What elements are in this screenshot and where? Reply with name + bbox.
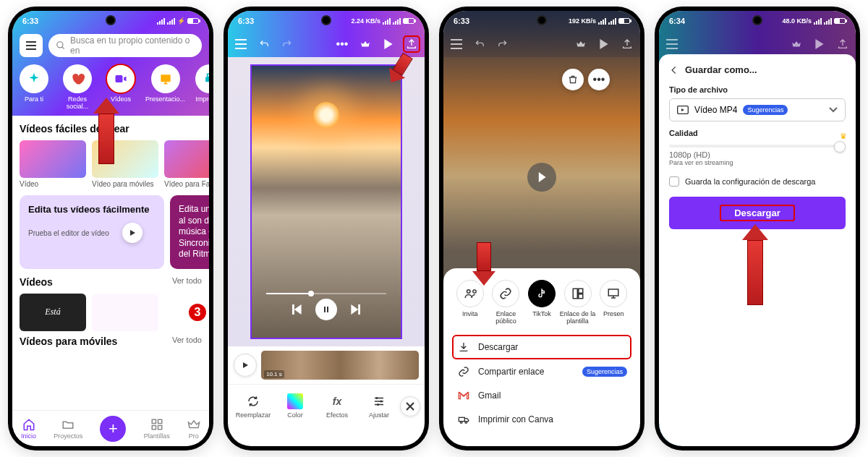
promo-card-sync[interactable]: Edita un v al son de música c Sincroniz … bbox=[170, 195, 209, 269]
menu-button[interactable] bbox=[449, 39, 464, 49]
crown-icon: ♛ bbox=[840, 132, 847, 141]
suggestions-badge: Sugerencias bbox=[582, 367, 627, 377]
promo-card-edit[interactable]: Edita tus vídeos fácilmente Prueba el ed… bbox=[20, 195, 164, 269]
tool-color[interactable]: Color bbox=[274, 393, 316, 419]
quality-slider[interactable] bbox=[669, 145, 846, 148]
cat-impresion[interactable]: Impresión bbox=[191, 64, 209, 110]
undo-button[interactable] bbox=[472, 39, 487, 49]
prev-button[interactable] bbox=[292, 304, 302, 315]
nav-templates[interactable]: Plantillas bbox=[144, 418, 170, 440]
phone-3-share: 6:33 192 KB/s ••• Invita Enlace público bbox=[439, 7, 644, 450]
svg-rect-7 bbox=[152, 425, 156, 429]
export-button[interactable] bbox=[404, 37, 419, 51]
more-button[interactable]: ••• bbox=[588, 69, 610, 90]
svg-rect-4 bbox=[208, 74, 209, 77]
truck-icon bbox=[458, 414, 469, 425]
template-thumb[interactable]: Vídeo para Fac bbox=[164, 140, 209, 188]
tool-replace[interactable]: Reemplazar bbox=[232, 393, 274, 419]
video-progress[interactable] bbox=[266, 293, 386, 294]
timeline[interactable]: 10.1 s bbox=[228, 346, 425, 384]
cat-videos[interactable]: Vídeos bbox=[102, 64, 140, 110]
camera-cutout bbox=[537, 15, 547, 25]
see-all-link[interactable]: Ver todo bbox=[172, 276, 202, 285]
video-canvas[interactable] bbox=[250, 64, 402, 339]
next-button[interactable] bbox=[350, 304, 360, 315]
timeline-frames[interactable]: 10.1 s bbox=[261, 351, 419, 380]
nav-create-button[interactable]: + bbox=[100, 416, 126, 442]
redo-button[interactable] bbox=[280, 39, 294, 49]
svg-rect-15 bbox=[578, 294, 582, 299]
share-public-link[interactable]: Enlace público bbox=[488, 280, 524, 325]
editor-toolbar bbox=[443, 31, 640, 57]
cat-presentaciones[interactable]: Presentacio... bbox=[145, 64, 185, 110]
share-tiktok[interactable]: TikTok bbox=[524, 280, 560, 325]
nav-pro[interactable]: Pro bbox=[187, 418, 200, 440]
menu-button[interactable] bbox=[20, 34, 43, 57]
option-download[interactable]: Descargar bbox=[452, 335, 631, 359]
template-thumb[interactable] bbox=[92, 294, 158, 331]
upload-icon bbox=[406, 38, 417, 50]
filetype-select[interactable]: Vídeo MP4 Sugerencias bbox=[669, 98, 846, 121]
share-invite[interactable]: Invita bbox=[452, 280, 488, 325]
camera-cutout bbox=[752, 15, 762, 25]
home-body[interactable]: Vídeos fáciles de crear Vídeo Vídeo para… bbox=[12, 116, 209, 428]
see-all-link[interactable]: Ver todo bbox=[172, 336, 202, 344]
grid-icon bbox=[150, 418, 163, 431]
play-button[interactable] bbox=[381, 39, 396, 49]
redo-button[interactable] bbox=[495, 39, 510, 49]
template-thumb[interactable]: Vídeo para móviles bbox=[92, 140, 158, 188]
category-row[interactable]: Para ti Redes social... Vídeos Presentac… bbox=[12, 60, 209, 110]
pro-button[interactable] bbox=[574, 39, 588, 49]
print-icon bbox=[203, 72, 209, 86]
option-gmail[interactable]: Gmail bbox=[452, 384, 631, 407]
play-button[interactable] bbox=[597, 39, 611, 49]
pro-button[interactable] bbox=[358, 39, 373, 49]
share-present[interactable]: Presen bbox=[595, 280, 631, 325]
menu-button[interactable] bbox=[234, 39, 248, 49]
option-print[interactable]: Imprimir con Canva bbox=[452, 407, 631, 432]
back-icon[interactable] bbox=[669, 65, 679, 75]
effects-icon: fx bbox=[329, 393, 345, 409]
canvas-play[interactable] bbox=[527, 163, 556, 192]
svg-rect-17 bbox=[459, 417, 464, 421]
timeline-duration: 10.1 s bbox=[264, 370, 284, 378]
svg-rect-3 bbox=[205, 77, 209, 82]
close-toolbar[interactable] bbox=[400, 396, 420, 417]
search-placeholder: Busca en tu propio contenido o en bbox=[70, 35, 195, 56]
pause-button[interactable] bbox=[315, 299, 337, 320]
svg-point-0 bbox=[57, 42, 63, 48]
template-thumb[interactable]: Vídeo bbox=[20, 140, 86, 188]
export-button[interactable] bbox=[620, 38, 634, 50]
share-template-link[interactable]: Enlace de la plantilla bbox=[560, 280, 596, 325]
cat-redes[interactable]: Redes social... bbox=[59, 64, 96, 110]
share-sheet: Invita Enlace público TikTok Enlace de l… bbox=[443, 268, 640, 446]
cat-para-ti[interactable]: Para ti bbox=[15, 64, 53, 110]
quality-value: 1080p (HD) Para ver en streaming bbox=[669, 150, 846, 166]
color-icon bbox=[287, 393, 303, 409]
timeline-play[interactable] bbox=[234, 354, 257, 377]
save-config-checkbox[interactable]: Guarda la configuración de descarga bbox=[669, 176, 846, 187]
tool-effects[interactable]: fxEfectos bbox=[316, 393, 358, 419]
people-icon bbox=[464, 287, 477, 300]
template-thumb[interactable] bbox=[164, 294, 209, 331]
more-button[interactable]: ••• bbox=[335, 38, 349, 51]
nav-home[interactable]: Inicio bbox=[21, 418, 36, 440]
phone-4-save: 6:34 48.0 KB/s Guardar como... Tipo de a… bbox=[655, 7, 860, 450]
svg-rect-14 bbox=[578, 289, 582, 293]
folder-icon bbox=[61, 418, 75, 431]
search-input[interactable]: Busca en tu propio contenido o en bbox=[48, 34, 202, 57]
option-share-link[interactable]: Compartir enlace Sugerencias bbox=[452, 359, 631, 384]
svg-rect-5 bbox=[152, 419, 156, 423]
template-thumb[interactable]: Está bbox=[20, 294, 86, 331]
svg-rect-8 bbox=[158, 425, 161, 429]
frame-controls: ••• bbox=[562, 69, 610, 90]
tool-adjust[interactable]: Ajustar bbox=[358, 393, 400, 419]
nav-projects[interactable]: Proyectos bbox=[54, 418, 82, 440]
delete-button[interactable] bbox=[562, 69, 584, 90]
canvas-area[interactable] bbox=[228, 57, 425, 346]
undo-button[interactable] bbox=[257, 39, 271, 49]
download-button[interactable]: Descargar bbox=[669, 197, 846, 229]
svg-rect-13 bbox=[573, 289, 577, 299]
presentation-icon bbox=[158, 72, 173, 86]
adjust-icon bbox=[373, 395, 386, 408]
